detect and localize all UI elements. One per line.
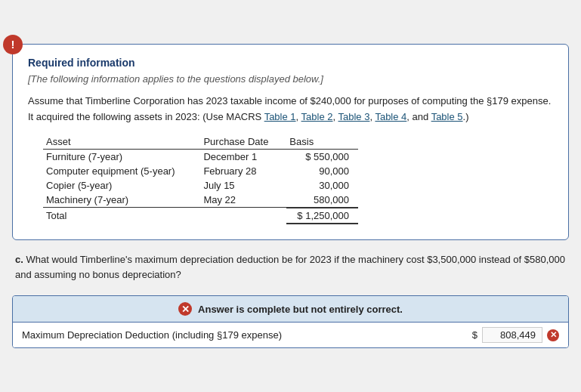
asset-name: Computer equipment (5-year) (43, 164, 200, 178)
table-row: Computer equipment (5-year) February 28 … (43, 164, 358, 178)
table-row: Furniture (7-year) December 1 $ 550,000 (43, 149, 358, 164)
close-paren: .) (463, 111, 469, 122)
asset-basis: 30,000 (286, 178, 358, 193)
table5-link[interactable]: Table 5 (431, 111, 463, 122)
asset-name: Copier (5-year) (43, 178, 200, 193)
asset-date: December 1 (200, 149, 286, 164)
card-title: Required information (28, 57, 553, 69)
answer-value: $ 808,449 ✕ (472, 327, 559, 343)
question-label: c. (15, 254, 26, 265)
asset-basis: 90,000 (286, 164, 358, 178)
col-basis: Basis (286, 134, 358, 150)
asset-basis: 580,000 (286, 193, 358, 208)
total-date-empty (200, 208, 286, 224)
table4-link[interactable]: Table 4 (375, 111, 406, 122)
col-asset: Asset (43, 134, 200, 150)
amount-field[interactable]: 808,449 (482, 327, 542, 343)
error-icon: ✕ (178, 302, 192, 316)
info-icon: ! (3, 35, 23, 54)
card-body: Assume that Timberline Corporation has 2… (28, 94, 553, 125)
answer-row: Maximum Depreciation Deduction (includin… (13, 322, 568, 347)
asset-name: Furniture (7-year) (43, 149, 200, 164)
total-value: $ 1,250,000 (286, 208, 358, 224)
total-row: Total $ 1,250,000 (43, 208, 358, 224)
asset-date: February 28 (200, 164, 286, 178)
table2-link[interactable]: Table 2 (301, 111, 333, 122)
total-label: Total (43, 208, 200, 224)
table3-link[interactable]: Table 3 (338, 111, 369, 122)
answer-box: ✕ Answer is complete but not entirely co… (12, 295, 569, 348)
table-row: Machinery (7-year) May 22 580,000 (43, 193, 358, 208)
page-wrapper: ! Required information [The following in… (12, 44, 569, 348)
info-card: ! Required information [The following in… (12, 44, 569, 240)
question-section: c. What would Timberline's maximum depre… (12, 252, 569, 284)
asset-date: July 15 (200, 178, 286, 193)
asset-name: Machinery (7-year) (43, 193, 200, 208)
error-small-icon: ✕ (547, 329, 559, 341)
comma1: , (296, 111, 301, 122)
answer-row-label: Maximum Depreciation Deduction (includin… (22, 329, 472, 341)
answer-header: ✕ Answer is complete but not entirely co… (13, 296, 568, 322)
asset-date: May 22 (200, 193, 286, 208)
table1-link[interactable]: Table 1 (264, 111, 296, 122)
asset-table: Asset Purchase Date Basis Furniture (7-y… (43, 134, 358, 224)
asset-basis: $ 550,000 (286, 149, 358, 164)
col-date: Purchase Date (200, 134, 286, 150)
card-subtitle: [The following information applies to th… (28, 73, 553, 85)
and-text: , and (406, 111, 431, 122)
question-text: What would Timberline's maximum deprecia… (15, 254, 565, 281)
table-row: Copier (5-year) July 15 30,000 (43, 178, 358, 193)
dollar-sign: $ (472, 329, 477, 341)
answer-header-text: Answer is complete but not entirely corr… (198, 304, 403, 315)
